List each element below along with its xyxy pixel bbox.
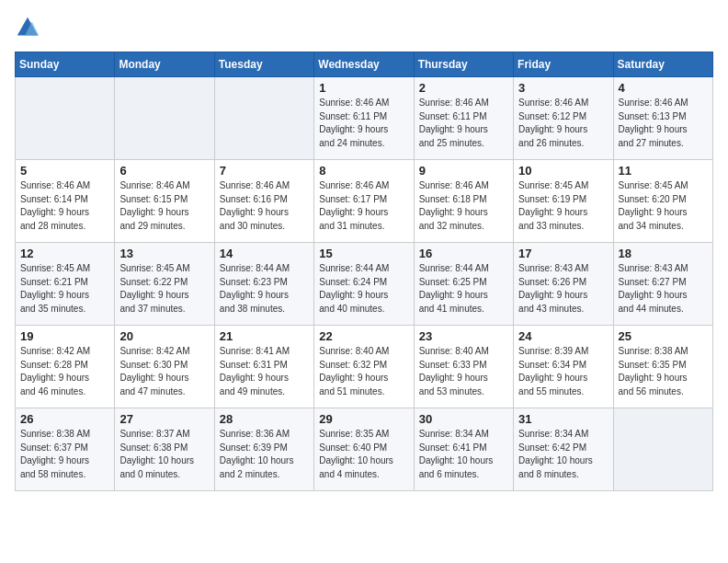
- day-number: 25: [619, 329, 708, 343]
- week-row-3: 12Sunrise: 8:45 AM Sunset: 6:21 PM Dayli…: [16, 243, 713, 326]
- day-info: Sunrise: 8:35 AM Sunset: 6:40 PM Dayligh…: [319, 428, 408, 481]
- day-info: Sunrise: 8:44 AM Sunset: 6:25 PM Dayligh…: [419, 262, 508, 316]
- day-number: 17: [518, 247, 608, 260]
- day-number: 11: [619, 164, 708, 178]
- calendar-cell: [613, 408, 712, 491]
- day-number: 2: [419, 81, 508, 95]
- calendar-cell: 19Sunrise: 8:42 AM Sunset: 6:28 PM Dayli…: [16, 326, 115, 408]
- calendar-cell: 13Sunrise: 8:45 AM Sunset: 6:22 PM Dayli…: [115, 243, 214, 326]
- calendar-cell: 15Sunrise: 8:44 AM Sunset: 6:24 PM Dayli…: [314, 243, 414, 326]
- calendar-cell: 24Sunrise: 8:39 AM Sunset: 6:34 PM Dayli…: [514, 326, 613, 408]
- day-number: 14: [220, 247, 309, 260]
- day-info: Sunrise: 8:45 AM Sunset: 6:22 PM Dayligh…: [119, 262, 209, 316]
- day-info: Sunrise: 8:43 AM Sunset: 6:26 PM Dayligh…: [518, 262, 608, 316]
- day-info: Sunrise: 8:46 AM Sunset: 6:11 PM Dayligh…: [419, 97, 508, 150]
- day-info: Sunrise: 8:45 AM Sunset: 6:21 PM Dayligh…: [20, 262, 109, 316]
- calendar-cell: 3Sunrise: 8:46 AM Sunset: 6:12 PM Daylig…: [514, 77, 613, 160]
- day-number: 26: [20, 412, 109, 426]
- day-header-sunday: Sunday: [16, 52, 115, 77]
- day-info: Sunrise: 8:46 AM Sunset: 6:16 PM Dayligh…: [220, 179, 309, 233]
- day-number: 20: [119, 329, 209, 343]
- day-number: 7: [220, 164, 309, 178]
- day-number: 28: [220, 412, 309, 426]
- calendar-cell: 30Sunrise: 8:34 AM Sunset: 6:41 PM Dayli…: [414, 408, 513, 491]
- calendar-cell: 22Sunrise: 8:40 AM Sunset: 6:32 PM Dayli…: [314, 326, 414, 408]
- day-number: 6: [119, 164, 209, 178]
- day-info: Sunrise: 8:44 AM Sunset: 6:24 PM Dayligh…: [319, 262, 408, 316]
- calendar-cell: [214, 77, 313, 160]
- calendar-cell: 29Sunrise: 8:35 AM Sunset: 6:40 PM Dayli…: [314, 408, 414, 491]
- calendar-cell: 8Sunrise: 8:46 AM Sunset: 6:17 PM Daylig…: [314, 160, 414, 243]
- day-number: 3: [518, 81, 608, 95]
- day-number: 9: [419, 164, 508, 178]
- day-number: 29: [319, 412, 408, 426]
- day-number: 24: [518, 329, 608, 343]
- calendar-cell: 26Sunrise: 8:38 AM Sunset: 6:37 PM Dayli…: [16, 408, 115, 491]
- calendar-cell: 10Sunrise: 8:45 AM Sunset: 6:19 PM Dayli…: [514, 160, 613, 243]
- day-info: Sunrise: 8:38 AM Sunset: 6:37 PM Dayligh…: [20, 428, 109, 481]
- calendar-cell: 23Sunrise: 8:40 AM Sunset: 6:33 PM Dayli…: [414, 326, 513, 408]
- day-number: 31: [518, 412, 608, 426]
- calendar-cell: 14Sunrise: 8:44 AM Sunset: 6:23 PM Dayli…: [214, 243, 313, 326]
- day-info: Sunrise: 8:40 AM Sunset: 6:32 PM Dayligh…: [319, 345, 408, 398]
- calendar-cell: 27Sunrise: 8:37 AM Sunset: 6:38 PM Dayli…: [115, 408, 214, 491]
- day-header-wednesday: Wednesday: [314, 52, 414, 77]
- day-header-thursday: Thursday: [414, 52, 513, 77]
- day-number: 30: [419, 412, 508, 426]
- day-header-friday: Friday: [514, 52, 613, 77]
- calendar-cell: 25Sunrise: 8:38 AM Sunset: 6:35 PM Dayli…: [613, 326, 712, 408]
- calendar-cell: 4Sunrise: 8:46 AM Sunset: 6:13 PM Daylig…: [613, 77, 712, 160]
- week-row-1: 1Sunrise: 8:46 AM Sunset: 6:11 PM Daylig…: [16, 77, 713, 160]
- day-info: Sunrise: 8:46 AM Sunset: 6:14 PM Dayligh…: [20, 179, 109, 233]
- calendar-cell: [16, 77, 115, 160]
- calendar-cell: 17Sunrise: 8:43 AM Sunset: 6:26 PM Dayli…: [514, 243, 613, 326]
- logo-icon: [15, 15, 40, 40]
- day-info: Sunrise: 8:46 AM Sunset: 6:17 PM Dayligh…: [319, 179, 408, 233]
- day-info: Sunrise: 8:46 AM Sunset: 6:15 PM Dayligh…: [119, 179, 209, 233]
- day-number: 8: [319, 164, 408, 178]
- day-number: 13: [119, 247, 209, 260]
- day-info: Sunrise: 8:34 AM Sunset: 6:41 PM Dayligh…: [419, 428, 508, 481]
- day-number: 22: [319, 329, 408, 343]
- calendar-cell: 11Sunrise: 8:45 AM Sunset: 6:20 PM Dayli…: [613, 160, 712, 243]
- day-info: Sunrise: 8:38 AM Sunset: 6:35 PM Dayligh…: [619, 345, 708, 398]
- week-row-4: 19Sunrise: 8:42 AM Sunset: 6:28 PM Dayli…: [16, 326, 713, 408]
- day-info: Sunrise: 8:41 AM Sunset: 6:31 PM Dayligh…: [220, 345, 309, 398]
- calendar-cell: 1Sunrise: 8:46 AM Sunset: 6:11 PM Daylig…: [314, 77, 414, 160]
- calendar-cell: 21Sunrise: 8:41 AM Sunset: 6:31 PM Dayli…: [214, 326, 313, 408]
- week-row-2: 5Sunrise: 8:46 AM Sunset: 6:14 PM Daylig…: [16, 160, 713, 243]
- day-info: Sunrise: 8:46 AM Sunset: 6:18 PM Dayligh…: [419, 179, 508, 233]
- day-info: Sunrise: 8:36 AM Sunset: 6:39 PM Dayligh…: [220, 428, 309, 481]
- calendar-cell: 12Sunrise: 8:45 AM Sunset: 6:21 PM Dayli…: [16, 243, 115, 326]
- day-info: Sunrise: 8:45 AM Sunset: 6:20 PM Dayligh…: [619, 179, 708, 233]
- day-info: Sunrise: 8:40 AM Sunset: 6:33 PM Dayligh…: [419, 345, 508, 398]
- days-header-row: SundayMondayTuesdayWednesdayThursdayFrid…: [16, 52, 713, 77]
- day-number: 19: [20, 329, 109, 343]
- day-info: Sunrise: 8:42 AM Sunset: 6:28 PM Dayligh…: [20, 345, 109, 398]
- calendar-cell: [115, 77, 214, 160]
- logo: [15, 15, 42, 40]
- calendar-cell: 20Sunrise: 8:42 AM Sunset: 6:30 PM Dayli…: [115, 326, 214, 408]
- day-info: Sunrise: 8:46 AM Sunset: 6:13 PM Dayligh…: [619, 97, 708, 150]
- week-row-5: 26Sunrise: 8:38 AM Sunset: 6:37 PM Dayli…: [16, 408, 713, 491]
- day-info: Sunrise: 8:34 AM Sunset: 6:42 PM Dayligh…: [518, 428, 608, 481]
- page-header: [15, 15, 713, 40]
- day-number: 10: [518, 164, 608, 178]
- day-number: 5: [20, 164, 109, 178]
- day-number: 23: [419, 329, 508, 343]
- day-info: Sunrise: 8:44 AM Sunset: 6:23 PM Dayligh…: [220, 262, 309, 316]
- day-number: 12: [20, 247, 109, 260]
- day-number: 21: [220, 329, 309, 343]
- calendar-cell: 7Sunrise: 8:46 AM Sunset: 6:16 PM Daylig…: [214, 160, 313, 243]
- calendar-cell: 6Sunrise: 8:46 AM Sunset: 6:15 PM Daylig…: [115, 160, 214, 243]
- day-info: Sunrise: 8:37 AM Sunset: 6:38 PM Dayligh…: [119, 428, 209, 481]
- calendar-cell: 5Sunrise: 8:46 AM Sunset: 6:14 PM Daylig…: [16, 160, 115, 243]
- day-header-tuesday: Tuesday: [214, 52, 313, 77]
- day-header-monday: Monday: [115, 52, 214, 77]
- day-info: Sunrise: 8:42 AM Sunset: 6:30 PM Dayligh…: [119, 345, 209, 398]
- day-header-saturday: Saturday: [613, 52, 712, 77]
- calendar-cell: 28Sunrise: 8:36 AM Sunset: 6:39 PM Dayli…: [214, 408, 313, 491]
- day-info: Sunrise: 8:39 AM Sunset: 6:34 PM Dayligh…: [518, 345, 608, 398]
- day-info: Sunrise: 8:46 AM Sunset: 6:12 PM Dayligh…: [518, 97, 608, 150]
- calendar-cell: 18Sunrise: 8:43 AM Sunset: 6:27 PM Dayli…: [613, 243, 712, 326]
